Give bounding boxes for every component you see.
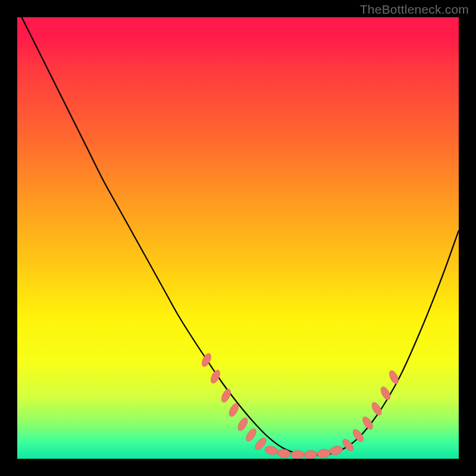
curve-marker bbox=[361, 415, 374, 431]
curve-marker bbox=[304, 450, 318, 459]
curve-marker bbox=[264, 445, 278, 456]
curve-markers bbox=[200, 352, 400, 459]
curve-marker bbox=[244, 427, 258, 443]
chart-svg bbox=[17, 17, 459, 459]
bottleneck-curve bbox=[17, 17, 459, 455]
curve-marker bbox=[236, 416, 249, 433]
curve-marker bbox=[209, 369, 221, 385]
curve-marker bbox=[341, 437, 356, 453]
watermark-text: TheBottleneck.com bbox=[360, 2, 469, 17]
curve-marker bbox=[317, 449, 331, 459]
curve-marker bbox=[351, 428, 365, 443]
curve-marker bbox=[220, 388, 232, 404]
curve-marker bbox=[329, 445, 344, 456]
chart-frame: TheBottleneck.com bbox=[0, 0, 476, 476]
plot-area bbox=[17, 17, 459, 459]
curve-marker bbox=[291, 450, 304, 459]
curve-marker bbox=[387, 369, 400, 386]
